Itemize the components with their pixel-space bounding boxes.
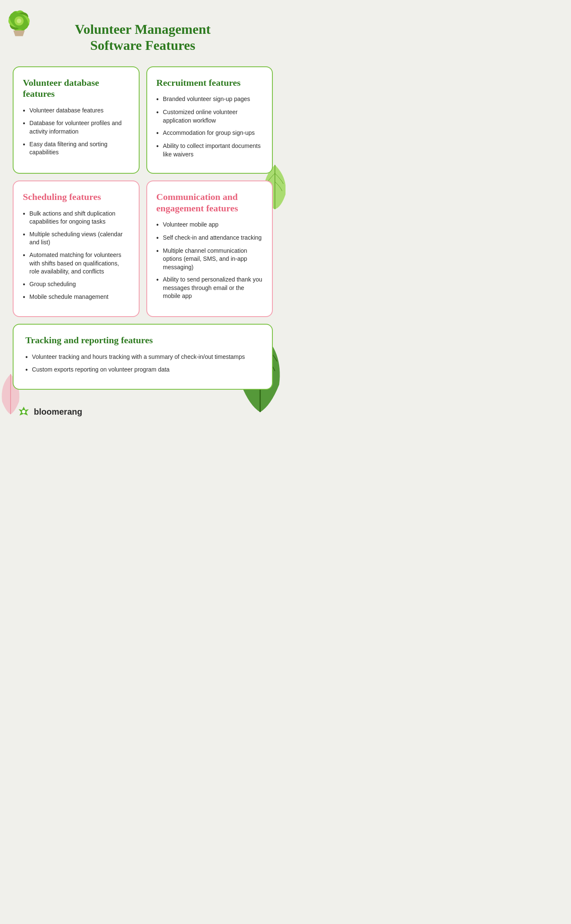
communication-card: Communication and engagement features Vo… <box>146 180 273 317</box>
list-item: Multiple channel communication options (… <box>156 247 263 272</box>
list-item: Ability to collect important documents l… <box>156 142 263 159</box>
scheduling-title: Scheduling features <box>23 191 129 202</box>
list-item: Branded volunteer sign-up pages <box>156 95 263 104</box>
list-item: Volunteer database features <box>23 107 129 115</box>
volunteer-database-title: Volunteer database features <box>23 77 129 100</box>
list-item: Accommodation for group sign-ups <box>156 129 263 138</box>
recruitment-card: Recruitment features Branded volunteer s… <box>146 66 273 174</box>
scheduling-card: Scheduling features Bulk actions and shi… <box>13 180 140 317</box>
bloomerang-logo-text: bloomerang <box>34 407 82 417</box>
list-item: Ability to send personalized thank you m… <box>156 276 263 301</box>
tracking-list: Volunteer tracking and hours tracking wi… <box>25 353 260 375</box>
list-item: Bulk actions and shift duplication capab… <box>23 210 129 226</box>
volunteer-database-list: Volunteer database features Database for… <box>23 107 129 157</box>
bloomerang-logo-icon <box>17 405 30 418</box>
page-wrapper: Volunteer Management Software Features V… <box>0 0 286 440</box>
volunteer-database-card: Volunteer database features Volunteer da… <box>13 66 140 174</box>
list-item: Volunteer tracking and hours tracking wi… <box>25 353 260 362</box>
communication-title: Communication and engagement features <box>156 191 263 214</box>
svg-point-8 <box>22 410 25 413</box>
middle-grid: Scheduling features Bulk actions and shi… <box>13 180 273 317</box>
tracking-row: Tracking and reporting features Voluntee… <box>13 324 273 390</box>
recruitment-title: Recruitment features <box>156 77 263 88</box>
top-grid: Volunteer database features Volunteer da… <box>13 66 273 174</box>
list-item: Multiple scheduling views (calendar and … <box>23 230 129 247</box>
header: Volunteer Management Software Features <box>13 8 273 66</box>
list-item: Automated matching for volunteers with s… <box>23 251 129 276</box>
tracking-title: Tracking and reporting features <box>25 335 260 346</box>
tracking-card: Tracking and reporting features Voluntee… <box>13 324 273 390</box>
list-item: Group scheduling <box>23 280 129 289</box>
list-item: Mobile schedule management <box>23 293 129 302</box>
communication-list: Volunteer mobile app Self check-in and a… <box>156 221 263 301</box>
scheduling-list: Bulk actions and shift duplication capab… <box>23 210 129 302</box>
list-item: Self check-in and attendance tracking <box>156 234 263 243</box>
list-item: Easy data filtering and sorting capabili… <box>23 140 129 157</box>
list-item: Database for volunteer profiles and acti… <box>23 119 129 136</box>
list-item: Custom exports reporting on volunteer pr… <box>25 366 260 375</box>
recruitment-list: Branded volunteer sign-up pages Customiz… <box>156 95 263 159</box>
footer: bloomerang <box>13 396 273 423</box>
list-item: Customized online volunteer application … <box>156 108 263 125</box>
list-item: Volunteer mobile app <box>156 221 263 230</box>
page-title: Volunteer Management Software Features <box>38 21 247 54</box>
